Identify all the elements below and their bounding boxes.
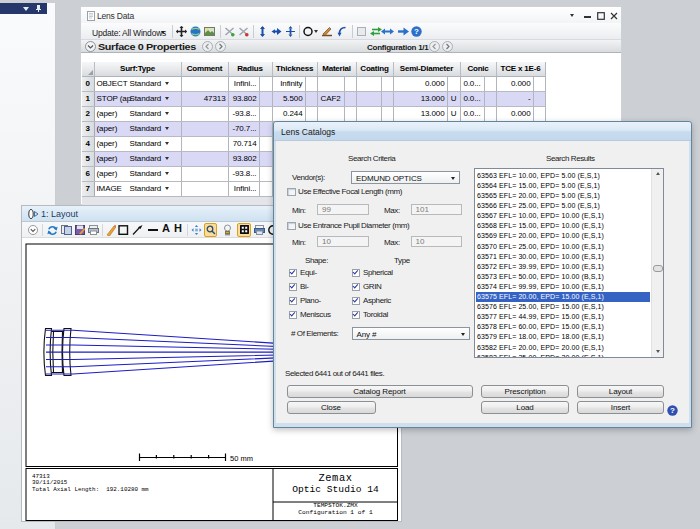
svg-text:50 mm: 50 mm (230, 454, 253, 463)
svg-text:?: ? (414, 27, 419, 36)
svg-text:?: ? (670, 406, 675, 415)
